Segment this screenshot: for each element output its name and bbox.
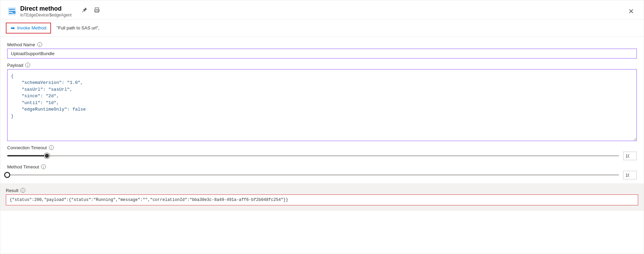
print-icon: [94, 7, 100, 13]
method-timeout-info-icon: i: [41, 164, 46, 169]
print-button[interactable]: [93, 6, 101, 15]
method-timeout-thumb[interactable]: [4, 172, 10, 178]
panel-header: Direct method IoTEdgeDevice/$edgeAgent: [0, 0, 644, 20]
connection-timeout-thumb[interactable]: [44, 153, 50, 158]
invoke-method-label: Invoke Method: [17, 25, 46, 30]
direct-method-panel: Direct method IoTEdgeDevice/$edgeAgent: [0, 0, 644, 254]
panel-title-group: Direct method IoTEdgeDevice/$edgeAgent: [20, 5, 72, 17]
header-icons: [80, 5, 101, 15]
svg-point-5: [98, 10, 99, 11]
panel-title: Direct method: [20, 5, 72, 13]
result-content: {"status":200,"payload":{"status":"Runni…: [6, 194, 638, 205]
method-timeout-track[interactable]: [7, 174, 619, 176]
connection-timeout-slider-row: [7, 152, 637, 160]
invoke-icon: ➡: [11, 25, 15, 31]
result-section: Result i {"status":200,"payload":{"statu…: [0, 183, 644, 211]
direct-method-icon: [7, 7, 17, 16]
content-area: Method Name i Payload i Connection Timeo…: [0, 37, 644, 254]
result-label: Result i: [6, 188, 638, 193]
method-name-input[interactable]: [7, 49, 637, 59]
panel-subtitle: IoTEdgeDevice/$edgeAgent: [20, 13, 72, 17]
method-name-label: Method Name i: [7, 42, 637, 47]
toolbar-info-text: "Full path to SAS url",: [56, 25, 99, 30]
svg-rect-2: [95, 8, 99, 9]
method-timeout-group: Method Timeout i: [7, 164, 637, 179]
method-name-info-icon: i: [37, 42, 42, 47]
invoke-method-button[interactable]: ➡ Invoke Method: [6, 23, 51, 34]
method-name-group: Method Name i: [7, 42, 637, 59]
pin-icon: [82, 7, 87, 13]
connection-timeout-label: Connection Timeout i: [7, 145, 637, 150]
connection-timeout-group: Connection Timeout i: [7, 145, 637, 160]
panel-header-left: Direct method IoTEdgeDevice/$edgeAgent: [7, 5, 626, 17]
payload-group: Payload i: [7, 63, 637, 141]
payload-label: Payload i: [7, 63, 637, 68]
payload-textarea[interactable]: [7, 69, 637, 141]
method-timeout-value[interactable]: [623, 171, 637, 179]
pin-button[interactable]: [80, 6, 89, 15]
connection-timeout-info-icon: i: [49, 145, 54, 150]
connection-timeout-track[interactable]: [7, 155, 619, 156]
payload-info-icon: i: [25, 63, 30, 67]
result-info-icon: i: [21, 188, 25, 193]
method-timeout-slider-row: [7, 171, 637, 179]
connection-timeout-value[interactable]: [623, 152, 637, 160]
close-button[interactable]: ✕: [626, 7, 637, 16]
toolbar: ➡ Invoke Method "Full path to SAS url",: [0, 20, 644, 37]
method-timeout-label: Method Timeout i: [7, 164, 637, 169]
